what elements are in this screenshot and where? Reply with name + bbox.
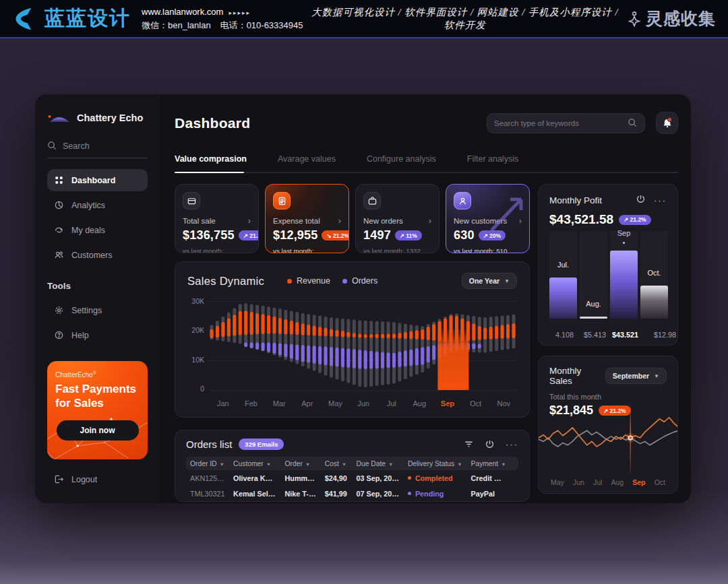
banner-contact: www.lanlanwork.com▸▸▸▸▸ 微信：ben_lanlan电话：…	[142, 5, 303, 32]
column-header-payment[interactable]: Payment▼	[467, 460, 510, 467]
chevron-right-icon[interactable]: ›	[338, 216, 341, 226]
column-header-customer[interactable]: Customer▼	[229, 460, 280, 467]
main-content: Dashboard Value comprasion Avarage value…	[160, 94, 691, 503]
stat-comparison: vs last month: 510	[454, 247, 522, 253]
monthly-sales-title: Monthly Sales	[549, 366, 605, 386]
nav-label: Help	[71, 331, 89, 340]
stat-comparison: vs last month: $115,555	[183, 247, 251, 253]
notifications-button[interactable]	[656, 112, 678, 134]
column-header-due-date[interactable]: Due Date▼	[352, 460, 403, 467]
sidebar-search[interactable]	[47, 141, 148, 158]
wave-logo-icon	[47, 112, 71, 123]
promo-brand: ChatterEcho®	[55, 370, 140, 379]
emails-badge: 329 Emails	[239, 439, 284, 450]
tab-configure-analysis[interactable]: Configure analysis	[367, 154, 436, 172]
y-axis-ticks: 30K20K10K0	[187, 296, 208, 395]
sidebar-item-settings[interactable]: Settings	[47, 299, 148, 321]
profit-bar-jul	[549, 278, 577, 319]
chevron-right-icon[interactable]: ›	[429, 216, 431, 226]
collect-label: 灵感收集	[646, 7, 716, 30]
month-select[interactable]: September▼	[605, 368, 667, 384]
table-row[interactable]: AKN12508Olivera KolmanHummel S...$24,900…	[186, 470, 518, 486]
bar-value-label: 4.108	[549, 331, 580, 339]
sidebar-item-help[interactable]: Help	[47, 324, 148, 346]
sort-caret-icon: ▼	[501, 461, 506, 467]
profit-bar-sep	[610, 251, 638, 319]
sort-caret-icon: ▼	[266, 461, 271, 467]
sales-dynamic-header: Sales Dynamic Revenue Orders One Year▼	[187, 273, 517, 289]
table-cell: Olivera Kolman	[229, 474, 280, 482]
sales-dynamic-chart: 30K20K10K0	[187, 296, 517, 395]
sidebar-item-my-deals[interactable]: My deals	[47, 219, 148, 241]
pie-chart-icon	[54, 200, 64, 210]
stat-value: $136,755	[183, 228, 235, 242]
app-window: Chattery Echo Dashboard Analytics My dea…	[35, 94, 691, 503]
tab-avarage-values[interactable]: Avarage values	[278, 154, 336, 172]
sales-dynamic-panel: Sales Dynamic Revenue Orders One Year▼ 3…	[175, 261, 530, 418]
logout-button[interactable]: Logout	[47, 469, 148, 490]
export-icon[interactable]	[636, 194, 646, 207]
nav-label: Customers	[71, 251, 112, 260]
more-options-icon[interactable]: ···	[506, 439, 518, 449]
profit-value-labels: 4.108$5.413$43.521$12.98	[549, 331, 678, 339]
brand-name: 蓝蓝设计	[44, 5, 131, 32]
more-options-icon[interactable]: ···	[654, 195, 667, 205]
column-header-order[interactable]: Order▼	[280, 460, 320, 467]
right-column: Monthly Pofit ··· $43,521.58 ↗ 21.2% Jul…	[538, 184, 678, 502]
filter-icon[interactable]	[464, 439, 474, 449]
sidebar-item-dashboard[interactable]: Dashboard	[47, 169, 148, 191]
table-header-row: Order ID▼Customer▼Order▼Cost▼Due Date▼De…	[186, 457, 518, 470]
x-tick: Nov	[489, 399, 518, 408]
chevron-right-icon[interactable]: ›	[519, 216, 522, 226]
sidebar-item-analytics[interactable]: Analytics	[47, 194, 148, 216]
y-tick: 0	[200, 385, 204, 393]
search-icon	[628, 118, 638, 128]
monthly-profit-chart: Jul.Aug.SepOct.	[549, 231, 667, 319]
trend-badge: ↗ 20%	[479, 230, 506, 240]
x-tick: Feb	[237, 399, 266, 408]
sort-caret-icon: ▼	[219, 461, 224, 467]
tools-heading: Tools	[47, 281, 148, 291]
x-tick: Apr	[293, 399, 322, 408]
sort-caret-icon: ▼	[305, 461, 310, 467]
legend-revenue: Revenue	[287, 276, 330, 286]
table-cell: 07 Sep, 2024	[352, 490, 403, 498]
trend-badge: ↘ 21.2%	[322, 230, 349, 240]
sales-dynamic-canvas	[208, 296, 517, 395]
column-header-delivery-status[interactable]: Delivery Status▼	[404, 460, 467, 467]
orders-toolbar: ···	[464, 439, 518, 449]
table-cell: Nike T-Shirt	[280, 490, 320, 498]
tab-filter-analysis[interactable]: Filter analysis	[467, 154, 518, 172]
x-tick: May	[322, 399, 350, 408]
sidebar-item-customers[interactable]: Customers	[47, 244, 148, 266]
chevron-right-icon[interactable]: ›	[248, 216, 251, 226]
x-tick: Sep	[632, 478, 645, 486]
column-header-order-id[interactable]: Order ID▼	[186, 460, 229, 467]
y-tick: 30K	[191, 297, 204, 305]
trend-badge: ↗ 11%	[395, 230, 422, 240]
status-dot	[408, 492, 411, 495]
table-cell: AKN12508	[186, 474, 229, 482]
export-icon[interactable]	[485, 439, 495, 449]
stat-card-total-sale: Total sale› $136,755↗ 21.2% vs last mont…	[175, 184, 259, 253]
stat-title: New customers	[454, 217, 507, 225]
monthly-profit-card: Monthly Pofit ··· $43,521.58 ↗ 21.2% Jul…	[538, 184, 678, 346]
stat-title: Expense total	[273, 217, 320, 225]
table-row[interactable]: TML30321Kemal SelmanNike T-Shirt$41,9907…	[186, 486, 518, 501]
keyword-search-input[interactable]	[494, 119, 628, 127]
help-icon	[54, 330, 64, 340]
sidebar-search-input[interactable]	[63, 141, 137, 151]
banner-services: 大数据可视化设计 / 软件界面设计 / 网站建设 / 手机及小程序设计 / 软件…	[303, 6, 627, 32]
sort-caret-icon: ▼	[388, 461, 393, 467]
tab-value-comprasion[interactable]: Value comprasion	[175, 154, 247, 172]
join-now-button[interactable]: Join now	[57, 420, 139, 441]
gear-icon	[54, 305, 64, 315]
period-select[interactable]: One Year▼	[462, 273, 517, 289]
tab-bar: Value comprasion Avarage values Configur…	[175, 154, 678, 172]
person-icon	[458, 196, 468, 206]
column-header-cost[interactable]: Cost▼	[321, 460, 353, 467]
left-column: Total sale› $136,755↗ 21.2% vs last mont…	[175, 184, 530, 502]
x-tick: Aug	[405, 399, 433, 408]
keyword-search[interactable]	[487, 113, 645, 133]
x-tick: Mar	[265, 399, 293, 408]
